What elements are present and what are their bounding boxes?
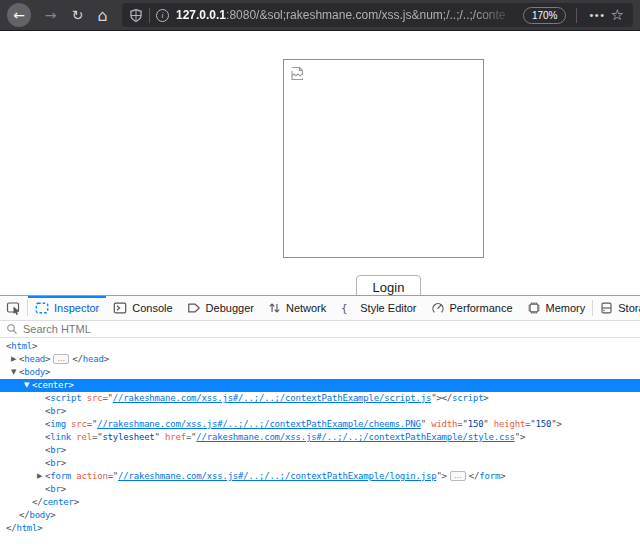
- url-bar[interactable]: i 127.0.0.1:8080/&sol;rakeshmane.com/xss…: [122, 3, 633, 27]
- expand-arrow-icon[interactable]: ▶: [8, 353, 19, 366]
- zoom-badge[interactable]: 170%: [523, 7, 567, 24]
- network-icon: [268, 301, 281, 315]
- code-segment: br: [50, 484, 60, 494]
- code-segment: stylesheet: [102, 432, 154, 442]
- performance-icon: [431, 301, 445, 315]
- markup-row-link[interactable]: <link rel="stylesheet" href="//rakeshman…: [0, 431, 640, 444]
- url-input[interactable]: 127.0.0.1:8080/&sol;rakeshmane.com/xss.j…: [176, 8, 519, 22]
- markup-row-body-close[interactable]: </body>: [0, 509, 640, 522]
- code-segment: >: [61, 458, 66, 468]
- markup-row-body[interactable]: ▼<body>: [0, 366, 640, 379]
- console-icon: [113, 301, 127, 315]
- code-segment: //rakeshmane.com/xss.js#/..;/..;/context…: [113, 393, 431, 403]
- collapse-arrow-icon[interactable]: ▼: [21, 379, 32, 392]
- search-bar[interactable]: Search HTML: [0, 321, 640, 338]
- code-segment: //rakeshmane.com/xss.js#/..;/..;/context…: [97, 419, 421, 429]
- markup-row-script[interactable]: <script src="//rakeshmane.com/xss.js#/..…: [0, 392, 640, 405]
- markup-row-br-2[interactable]: <br>: [0, 444, 640, 457]
- markup-row-form[interactable]: ▶<form action="//rakeshmane.com/xss.js#/…: [0, 470, 640, 483]
- markup-row-head[interactable]: ▶<head>…</head>: [0, 353, 640, 366]
- bookmark-star-icon[interactable]: ☆: [611, 6, 624, 24]
- code-segment: "></: [431, 393, 452, 403]
- forward-button[interactable]: →: [38, 3, 63, 28]
- code-segment: script: [50, 393, 81, 403]
- tab-style-editor[interactable]: { }Style Editor: [333, 296, 423, 320]
- code-segment: head: [83, 354, 104, 364]
- markup-row-html[interactable]: <html>: [0, 340, 640, 353]
- tab-label: Inspector: [54, 302, 99, 314]
- code-segment: href: [160, 432, 186, 442]
- code-segment: </: [19, 510, 29, 520]
- code-segment: rel: [71, 432, 92, 442]
- tab-network[interactable]: Network: [261, 296, 333, 320]
- code-segment: >: [32, 341, 37, 351]
- search-icon: [6, 323, 18, 335]
- pick-element-button[interactable]: [0, 296, 27, 320]
- markup-row-center[interactable]: ▼<center>: [0, 379, 640, 392]
- tab-performance[interactable]: Performance: [424, 296, 520, 320]
- devtools-tabbar: InspectorConsoleDebuggerNetwork{ }Style …: [0, 296, 640, 321]
- divider: [576, 8, 577, 23]
- tracking-shield-icon[interactable]: [129, 8, 143, 23]
- tab-storage[interactable]: Storage: [593, 296, 640, 320]
- info-icon[interactable]: i: [156, 9, 169, 22]
- tab-console[interactable]: Console: [106, 296, 179, 320]
- markup-row-html-close[interactable]: </html>: [0, 522, 640, 535]
- tab-label: Memory: [546, 302, 586, 314]
- code-segment: center: [37, 380, 68, 390]
- code-segment: </: [72, 354, 82, 364]
- code-segment: form: [50, 471, 71, 481]
- code-segment: //rakeshmane.com/xss.js#/..;/..;/context…: [118, 471, 436, 481]
- browser-toolbar: ← → ↻ ⌂ i 127.0.0.1:8080/&sol;rakeshmane…: [0, 0, 640, 31]
- code-segment: img: [50, 419, 66, 429]
- code-segment: ">: [515, 432, 525, 442]
- reload-button[interactable]: ↻: [65, 3, 90, 28]
- tab-memory[interactable]: Memory: [520, 296, 593, 320]
- inspector-icon: [35, 301, 49, 315]
- code-segment: ">: [551, 419, 561, 429]
- markup-row-br-4[interactable]: <br>: [0, 483, 640, 496]
- memory-icon: [527, 301, 541, 315]
- tab-label: Storage: [618, 302, 640, 314]
- url-host: 127.0.0.1: [176, 8, 226, 22]
- code-segment: >: [104, 354, 109, 364]
- markup-row-img[interactable]: <img src="//rakeshmane.com/xss.js#/..;/.…: [0, 418, 640, 431]
- inline-expander-badge[interactable]: …: [450, 471, 466, 481]
- page-actions-icon[interactable]: •••: [589, 9, 605, 21]
- code-segment: 150: [536, 419, 552, 429]
- code-segment: =": [87, 419, 97, 429]
- code-segment: >: [61, 484, 66, 494]
- markup-row-center-close[interactable]: </center>: [0, 496, 640, 509]
- code-segment: //rakeshmane.com/xss.js#/..;/..;/context…: [196, 432, 514, 442]
- storage-icon: [600, 301, 613, 315]
- code-segment: script: [452, 393, 483, 403]
- tab-debugger[interactable]: Debugger: [180, 296, 261, 320]
- code-segment: >: [483, 393, 488, 403]
- home-button[interactable]: ⌂: [90, 3, 115, 28]
- code-segment: action: [71, 471, 108, 481]
- tab-label: Console: [132, 302, 172, 314]
- code-segment: =": [457, 419, 467, 429]
- markup-row-br-3[interactable]: <br>: [0, 457, 640, 470]
- markup-row-br-1[interactable]: <br>: [0, 405, 640, 418]
- tab-label: Style Editor: [360, 302, 416, 314]
- search-input[interactable]: Search HTML: [23, 323, 91, 335]
- login-button[interactable]: Login: [356, 275, 421, 295]
- expand-arrow-icon[interactable]: ▶: [34, 470, 45, 483]
- code-segment: ">: [436, 471, 446, 481]
- tab-label: Network: [286, 302, 326, 314]
- style-editor-icon: { }: [340, 301, 355, 315]
- back-button[interactable]: ←: [7, 3, 31, 27]
- code-segment: form: [479, 471, 500, 481]
- broken-image: [283, 59, 484, 258]
- code-segment: center: [42, 497, 73, 507]
- svg-text:{ }: { }: [341, 302, 355, 315]
- collapse-arrow-icon[interactable]: ▼: [8, 366, 19, 379]
- tab-inspector[interactable]: Inspector: [28, 296, 106, 320]
- tab-label: Performance: [450, 302, 513, 314]
- inline-expander-badge[interactable]: …: [53, 354, 69, 364]
- code-segment: br: [50, 406, 60, 416]
- code-segment: >: [45, 354, 50, 364]
- code-segment: >: [50, 510, 55, 520]
- debugger-icon: [187, 301, 201, 315]
